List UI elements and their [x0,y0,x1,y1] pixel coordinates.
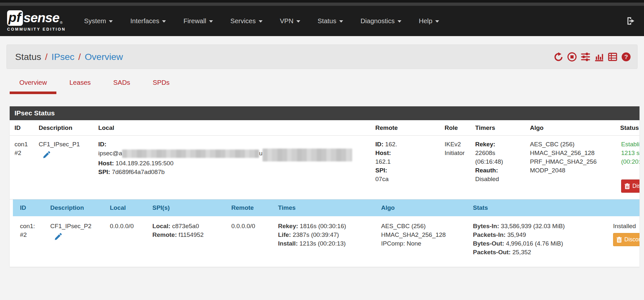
disconnect-button[interactable]: Disconnect [621,179,639,193]
col-header-algo: Algo [528,124,619,131]
col-header-id: ID [14,124,37,131]
algo-enc: AES_CBC (256) [530,140,619,149]
algo-auth: HMAC_SHA2_256_128 [381,230,470,239]
chevron-down-icon [162,20,166,23]
stop-circle-icon[interactable] [567,52,577,62]
rekey-time: (06:16:48) [475,157,528,166]
cell-status: Established 1213 seconds (00:20:13) ago … [619,140,639,193]
chevron-down-icon [435,20,439,23]
ipsec-status-table: ID Description Local Remote Role Timers … [10,120,639,267]
help-icon[interactable]: ? [621,52,631,62]
breadcrumb: Status / IPsec / Overview [15,52,123,62]
redacted-box [389,176,440,183]
cell-id: con1: #2 [13,222,48,256]
chevron-down-icon [339,20,343,23]
redacted-box [391,159,442,166]
remote-spi-label: SPI: [375,166,443,175]
conn-num: #2 [20,230,48,239]
tab-overview[interactable]: Overview [10,79,56,94]
ipsec-status-panel: IPsec Status ID Description Local Remote… [10,106,639,267]
algo-auth: HMAC_SHA2_256_128 [530,149,619,157]
child-table-row: con1: #2 CF1_IPsec_P2 0.0.0.0/0 Local: c… [13,216,639,262]
logout-icon[interactable] [626,16,636,26]
remote-host-label: Host: [375,149,443,157]
chevron-down-icon [296,20,300,23]
redacted-blur [263,149,352,161]
breadcrumb-panel: Status / IPsec / Overview ? [6,44,638,69]
nav-item-label: Help [419,17,432,25]
cell-status: Installed Disconnect [610,222,639,256]
cell-spis: Local: c873e5a0 Remote: f1154952 [150,222,229,256]
algo-prf: PRF_HMAC_SHA2_256 [530,157,619,166]
logo-registered-mark: ® [60,21,62,24]
refresh-icon[interactable] [554,52,563,62]
col-header-description: Description [37,124,97,131]
panel-title: IPsec Status [10,106,639,120]
child-header-row: ID Description Local SPI(s) Remote Times… [13,199,639,216]
page-action-icons: ? [554,52,631,62]
local-id-prefix: ipsec@a [98,150,122,157]
conn-id: con1: [20,222,48,230]
bar-chart-icon[interactable] [594,52,604,62]
bytes-in: Bytes-In: 33,586,939 (32.03 MiB) [473,222,610,230]
nav-item-label: Services [230,17,256,25]
cell-algo: AES_CBC (256) HMAC_SHA2_256_128 PRF_HMAC… [528,140,619,193]
child-sa-table: ID Description Local SPI(s) Remote Times… [13,199,639,262]
nav-item-label: VPN [280,17,293,25]
time-rekey: Rekey: 1816s (00:30:16) [278,222,379,230]
edit-icon[interactable] [54,233,62,241]
tab-spds[interactable]: SPDs [143,79,179,94]
spi-local: Local: c873e5a0 [152,222,229,230]
role-type: Initiator [445,149,474,157]
tab-sads[interactable]: SADs [104,79,140,94]
disconnect-button[interactable]: Disconnect [613,233,639,246]
col-header-status: Status [619,124,639,131]
nav-item-help[interactable]: Help [410,17,448,25]
col-header-remote: Remote [229,203,275,212]
remote-spi-value: 07ca [375,175,443,183]
cell-times: Rekey: 1816s (00:30:16) Life: 2387s (00:… [275,222,379,256]
table-header-row: ID Description Local Remote Role Timers … [10,120,639,136]
nav-item-label: Diagnostics [360,17,395,25]
breadcrumb-separator: / [45,52,48,62]
nav-item-system[interactable]: System [75,17,121,25]
trash-icon [617,237,622,243]
cell-remote: ID: 162. Host: 162.1 SPI: 07ca [374,140,443,193]
nav-menu: System Interfaces Firewall Services VPN … [75,17,448,25]
breadcrumb-overview-link[interactable]: Overview [85,52,123,62]
algo-dh: MODP_2048 [530,166,619,175]
status-established: Established [621,140,639,149]
col-header-description: Description [48,203,107,212]
main-navbar: pf sense ® COMMUNITY EDITION System Inte… [0,6,644,36]
nav-item-label: Interfaces [130,17,159,25]
redacted-blur [122,150,259,158]
top-strip [0,0,644,3]
cell-id: con1 #2 [14,140,37,193]
bytes-out: Bytes-Out: 4,996,016 (4.76 MiB) [473,239,610,248]
nav-item-firewall[interactable]: Firewall [175,17,222,25]
col-header-timers: Timers [474,124,528,131]
cell-local: ID: ipsec@au Host: 104.189.226.195:500 S… [97,140,374,193]
tab-leases[interactable]: Leases [60,79,100,94]
logo-pf-box: pf [7,10,23,25]
nav-item-vpn[interactable]: VPN [271,17,309,25]
nav-item-diagnostics[interactable]: Diagnostics [352,17,410,25]
cell-description: CF1_IPsec_P2 [48,222,107,256]
sliders-icon[interactable] [581,52,590,62]
rekey-label: Rekey: [475,140,528,149]
packets-in: Packets-In: 35,949 [473,230,610,239]
nav-item-services[interactable]: Services [222,17,271,25]
status-seconds: 1213 seconds [621,149,639,157]
description-text: CF1_IPsec_P2 [50,222,107,230]
chevron-down-icon [209,20,213,23]
list-icon[interactable] [608,52,617,62]
description-text: CF1_IPsec_P1 [39,140,97,149]
chevron-down-icon [259,20,263,23]
cell-algo: AES_CBC (256) HMAC_SHA2_256_128 IPComp: … [379,222,470,256]
pfsense-logo[interactable]: pf sense ® COMMUNITY EDITION [7,10,66,31]
nav-item-interfaces[interactable]: Interfaces [121,17,175,25]
time-life: Life: 2387s (00:39:47) [278,230,379,239]
nav-item-status[interactable]: Status [309,17,352,25]
breadcrumb-ipsec-link[interactable]: IPsec [52,52,74,62]
edit-icon[interactable] [43,151,51,159]
